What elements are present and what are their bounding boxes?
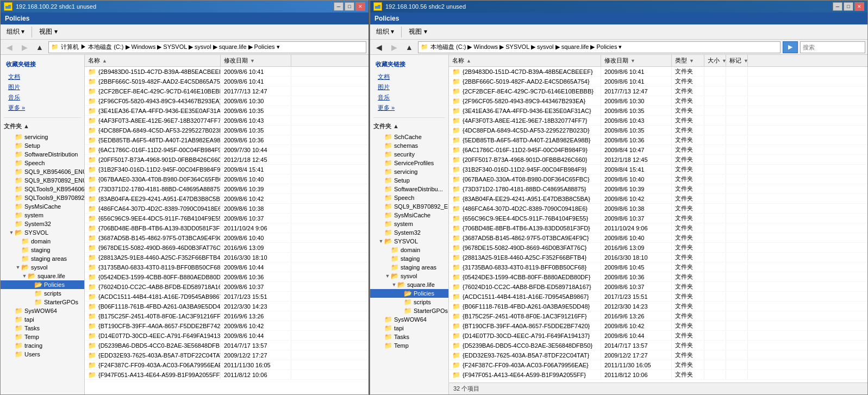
table-row[interactable]: 📁{73D371D2-1780-4181-88BD-C48695A88875}2…	[85, 184, 369, 194]
tree-item-domain[interactable]: 📁domain	[1, 237, 84, 246]
table-row[interactable]: 📁{4DC88FDA-6849-4C5D-AF53-2295227B023D}2…	[85, 126, 369, 135]
table-row[interactable]: 📁{31735BA0-6833-43T0-8119-BFF0BB50CF68}2…	[85, 262, 369, 272]
right-tree-item-system[interactable]: 📁system	[370, 220, 448, 228]
table-row[interactable]: 📁{2CF2BCEF-8E4C-429C-9C7D-6146E10BEBBB}2…	[85, 86, 369, 96]
table-row[interactable]: 📁{B06F1118-761B-4FBD-A261-0A3BA9E5DD48}2…	[449, 302, 867, 311]
right-tree-item-squarelife[interactable]: ▼📂square.life	[370, 280, 448, 289]
table-row[interactable]: 📁{D5239BA6-DBD5-4CC0-B2AE-3E56848DFB50}2…	[449, 341, 867, 350]
col-header-type-right[interactable]: 类型 ▼	[672, 55, 704, 66]
table-row[interactable]: 📁{D14E0T7D-30CD-4EEC-A791-F649FA194137}2…	[449, 331, 867, 341]
table-row[interactable]: 📁{2F96CF05-5820-4943-89C9-443467B293EA}2…	[449, 96, 867, 106]
tree-item-squarelife[interactable]: ▼📂square.life	[1, 272, 84, 280]
tree-item-staging[interactable]: 📁staging	[1, 246, 84, 254]
table-row[interactable]: 📁{2F96CF05-5820-4943-89C9-443467B293EA}2…	[85, 96, 369, 106]
right-tree-item-sysmsi[interactable]: 📁SysMsiCache	[370, 211, 448, 220]
right-tree-item-setup[interactable]: 📁Setup	[370, 176, 448, 185]
tree-item-speech[interactable]: 📁Speech	[1, 159, 84, 167]
table-row[interactable]: 📁{067BAAE0-330A-4T08-B980-D0F364C65FBC}2…	[449, 174, 867, 184]
right-tree-item-schcache[interactable]: 📁SchCache	[370, 133, 448, 141]
right-tree-item-startergpos[interactable]: 📁StarterGPOs	[370, 306, 448, 315]
table-row[interactable]: 📁{31B2F340-016D-11D2-945F-00C04FB984F9}2…	[449, 165, 867, 174]
table-row[interactable]: 📁{EDD32E93-7625-403A-B5A7-8TDF22C04TAT}2…	[449, 350, 867, 360]
right-tree-item-security[interactable]: 📁security	[370, 150, 448, 159]
table-row[interactable]: 📁{20FF5017-B73A-4968-901D-0FBBB426C660}2…	[85, 155, 369, 165]
maximize-button[interactable]: □	[345, 2, 354, 11]
forward-button-left[interactable]: ▶	[18, 41, 31, 53]
tree-item-servicing[interactable]: 📁servicing	[1, 133, 84, 141]
tree-item-sql9-970[interactable]: 📁SQL9_KB970892_ENU	[1, 176, 84, 185]
table-row[interactable]: 📁{B06F1118-761B-4FBD-A261-0A3BA9E5DD48}2…	[85, 302, 369, 311]
up-button-left[interactable]: ▲	[33, 41, 46, 53]
table-row[interactable]: 📁{28813A25-91E8-4460-A25C-F352F66BFTB4}2…	[85, 253, 369, 262]
sidebar-link-documents[interactable]: 文档	[4, 72, 81, 82]
right-sidebar-link-pictures[interactable]: 图片	[373, 82, 445, 92]
table-row[interactable]: 📁{F947F051-A413-4E64-A599-B1F99A2055FF}2…	[449, 370, 867, 380]
tree-item-sql9-954[interactable]: 📁SQL9_KB954606_ENU	[1, 167, 84, 176]
table-row[interactable]: 📁{F24F387C-FF09-403A-AC03-F06A79956EAE}2…	[85, 360, 369, 370]
table-row[interactable]: 📁{BT190CFB-39FF-4A0A-8657-F5DDE2BF7420}2…	[85, 321, 369, 331]
table-row[interactable]: 📁{B175C25F-2451-40T8-8F0E-1AC3F91216FF}2…	[85, 311, 369, 321]
right-maximize-button[interactable]: □	[844, 2, 853, 11]
tree-item-tapi[interactable]: 📁tapi	[1, 315, 84, 324]
table-row[interactable]: 📁{6AC1786C-016F-11D2-945F-00C04FB984F9}2…	[85, 145, 369, 155]
right-tree-item-tapi[interactable]: 📁tapi	[370, 324, 448, 333]
table-row[interactable]: 📁{31735BA0-6833-43T0-8119-BFF0BB50CF68}2…	[449, 262, 867, 272]
minimize-button[interactable]: ─	[334, 2, 344, 11]
table-row[interactable]: 📁{486FCA64-307D-4D2C-8389-7090C09418E6}2…	[449, 204, 867, 214]
tree-item-sysvol-sub[interactable]: ▼📂sysvol	[1, 263, 84, 272]
right-tree-item-staging-areas[interactable]: 📁staging areas	[370, 263, 448, 272]
table-row[interactable]: 📁{D5239BA6-DBD5-4CC0-B2AE-3E56848DFB50}2…	[85, 341, 369, 350]
tree-item-setup[interactable]: 📁Setup	[1, 141, 84, 150]
table-row[interactable]: 📁{B175C25F-2451-40T8-8F0E-1AC3F91216FF}2…	[449, 311, 867, 321]
table-row[interactable]: 📁{3E41EA36-E7AA-4FFD-9436-EE35E0AF31AC}2…	[449, 106, 867, 116]
organize-button-right[interactable]: 组织 ▾	[372, 26, 398, 38]
right-tree-item-policies[interactable]: 📂Policies	[370, 289, 448, 298]
sidebar-link-more[interactable]: 更多 »	[4, 103, 81, 113]
col-header-tag-right[interactable]: 标记 ▼	[726, 55, 748, 66]
close-button[interactable]: ✕	[355, 2, 365, 11]
table-row[interactable]: 📁{9678DE15-5082-490D-8669-46D0B3FAT76C}2…	[449, 243, 867, 253]
sidebar-link-pictures[interactable]: 图片	[4, 82, 81, 92]
tree-item-sysvol-root[interactable]: ▼📂SYSVOL	[1, 228, 84, 237]
view-button-right[interactable]: 视图 ▾	[405, 26, 430, 38]
table-row[interactable]: 📁{3687AD5B-B145-4862-97F5-0T3BCA9E4F9C}2…	[85, 233, 369, 243]
table-row[interactable]: 📁{6AC1786C-016F-11D2-945F-00C04FB984F9}2…	[449, 145, 867, 155]
tree-item-sqltools9-970[interactable]: 📁SQLTools9_KB970892_ENU	[1, 193, 84, 202]
right-tree-item-temp[interactable]: 📁Temp	[370, 341, 448, 350]
table-row[interactable]: 📁{EDD32E93-7625-403A-B5A7-8TDF22C04TAT}2…	[85, 350, 369, 360]
tree-item-policies[interactable]: 📂Policies	[1, 280, 84, 289]
table-row[interactable]: 📁{ACDC1511-44B4-4181-A16E-7D9545AB9867}2…	[449, 292, 867, 302]
col-header-date-left[interactable]: 修改日期 ▼	[221, 55, 291, 66]
table-row[interactable]: 📁{067BAAE0-330A-4T08-B980-D0F364C65FBC}2…	[85, 174, 369, 184]
table-row[interactable]: 📁{28813A25-91E8-4460-A25C-F352F66BFTB4}2…	[449, 253, 867, 262]
right-sidebar-link-documents[interactable]: 文档	[373, 72, 445, 82]
right-tree-item-sysvol-root[interactable]: ▼📂SYSVOL	[370, 237, 448, 246]
organize-button-left[interactable]: 组织 ▾	[3, 26, 28, 38]
right-tree-item-sysvol-sub[interactable]: ▼📂sysvol	[370, 272, 448, 280]
left-address-path[interactable]: 📁 计算机 ▶ 本地磁盘 (C:) ▶ Windows ▶ SYSVOL ▶ s…	[48, 41, 366, 53]
table-row[interactable]: 📁{20FF5017-B73A-4968-901D-0FBBB426C660}2…	[449, 155, 867, 165]
table-row[interactable]: 📁{5EDB85TB-A6F5-48TD-A40T-21AB982EA98B}2…	[449, 135, 867, 145]
table-row[interactable]: 📁{656C96C9-9EE4-4DC5-911F-76B4104F9E55}2…	[85, 214, 369, 223]
tree-item-tracing[interactable]: 📁tracing	[1, 341, 84, 350]
tree-item-temp[interactable]: 📁Temp	[1, 333, 84, 341]
col-header-name-left[interactable]: 名称 ▲	[85, 55, 221, 66]
table-row[interactable]: 📁{2B9483D0-151D-4C7D-B39A-48B5EACBEEEF}2…	[449, 67, 867, 77]
table-row[interactable]: 📁{76024D10-CC2C-4AB8-BFDB-ED589718A167}2…	[449, 282, 867, 292]
table-row[interactable]: 📁{83AB04FA-EE29-4241-A951-E47DB3B8C5BA}2…	[449, 194, 867, 204]
right-close-button[interactable]: ✕	[854, 2, 864, 11]
table-row[interactable]: 📁{BT190CFB-39FF-4A0A-8657-F5DDE2BF7420}2…	[449, 321, 867, 331]
right-tree-item-speech[interactable]: 📁Speech	[370, 193, 448, 202]
table-row[interactable]: 📁{9678DE15-5082-490D-8669-46D0B3FAT76C}2…	[85, 243, 369, 253]
tree-item-syswow64[interactable]: 📁SysWOW64	[1, 306, 84, 315]
tree-item-system[interactable]: 📁system	[1, 211, 84, 220]
tree-item-users[interactable]: 📁Users	[1, 350, 84, 359]
right-tree-item-syswow64[interactable]: 📁SysWOW64	[370, 315, 448, 324]
right-tree-item-servicing[interactable]: 📁servicing	[370, 167, 448, 176]
tree-item-staging-areas[interactable]: 📁staging areas	[1, 254, 84, 263]
table-row[interactable]: 📁{4AF3F0T3-A8EE-412E-96E7-18B320774FF7}2…	[85, 116, 369, 126]
right-tree-item-scripts[interactable]: 📁scripts	[370, 298, 448, 306]
table-row[interactable]: 📁{5EDB85TB-A6F5-48TD-A40T-21AB982EA98B}2…	[85, 135, 369, 145]
right-minimize-button[interactable]: ─	[833, 2, 842, 11]
right-address-path[interactable]: 📁 本地磁盘 (C:) ▶ Windows ▶ SYSVOL ▶ sysvol …	[418, 41, 780, 53]
